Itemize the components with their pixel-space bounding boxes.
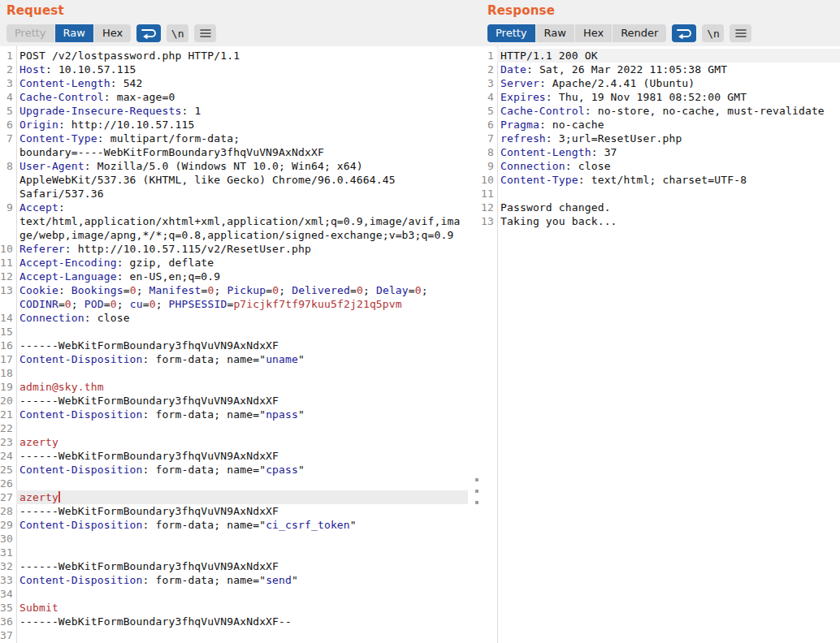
code-text: ------WebKitFormBoundary3fhqVuVN9AxNdxXF bbox=[16, 504, 468, 518]
response-tab-render[interactable]: Render bbox=[613, 24, 666, 42]
code-line: 6Pragma: no-cache bbox=[481, 118, 840, 132]
text-cursor bbox=[58, 491, 60, 503]
line-number: 31 bbox=[0, 546, 16, 559]
code-text: ------WebKitFormBoundary3fhqVuVN9AxNdxXF bbox=[16, 449, 468, 463]
line-number: 22 bbox=[0, 421, 16, 435]
code-text: ------WebKitFormBoundary3fhqVuVN9AxNdxXF bbox=[16, 339, 468, 352]
code-line: 20------WebKitFormBoundary3fhqVuVN9AxNdx… bbox=[0, 394, 468, 408]
code-text: Taking you back... bbox=[497, 214, 840, 228]
code-text: Cache-Control: max-age=0 bbox=[16, 90, 468, 104]
line-number: 1 bbox=[481, 49, 497, 63]
code-line: 16------WebKitFormBoundary3fhqVuVN9AxNdx… bbox=[0, 339, 468, 352]
code-line: 28------WebKitFormBoundary3fhqVuVN9AxNdx… bbox=[0, 504, 468, 518]
response-editor[interactable]: 1HTTP/1.1 200 OK2Date: Sat, 26 Mar 2022 … bbox=[481, 46, 840, 643]
code-line: 4Cache-Control: max-age=0 bbox=[0, 90, 468, 104]
code-line: 5Upgrade-Insecure-Requests: 1 bbox=[0, 104, 468, 118]
code-line: 18 bbox=[0, 366, 468, 380]
code-text: boundary=----WebKitFormBoundary3fhqVuVN9… bbox=[16, 145, 468, 159]
code-text: text/html,application/xhtml+xml,applicat… bbox=[16, 214, 468, 228]
code-line: 36------WebKitFormBoundary3fhqVuVN9AxNdx… bbox=[0, 615, 468, 628]
request-tab-hex[interactable]: Hex bbox=[94, 24, 131, 42]
line-number bbox=[0, 228, 16, 242]
code-text: Content-Disposition: form-data; name="cp… bbox=[16, 463, 468, 477]
code-text: Password changed. bbox=[497, 201, 840, 214]
response-newline-toggle-button[interactable]: \n bbox=[702, 24, 724, 42]
line-number: 5 bbox=[481, 104, 497, 118]
line-number: 8 bbox=[0, 159, 16, 173]
code-line: 1HTTP/1.1 200 OK bbox=[481, 49, 840, 63]
line-number: 37 bbox=[0, 628, 16, 642]
line-number: 6 bbox=[481, 118, 497, 132]
code-line: 10Content-Type: text/html; charset=UTF-8 bbox=[481, 173, 840, 187]
code-text: refresh: 3;url=ResetUser.php bbox=[497, 132, 840, 145]
response-editor-rows: 1HTTP/1.1 200 OK2Date: Sat, 26 Mar 2022 … bbox=[481, 49, 840, 228]
line-number: 6 bbox=[0, 118, 16, 132]
wrap-lines-icon bbox=[676, 28, 692, 39]
response-wrap-lines-button[interactable] bbox=[672, 24, 696, 42]
code-line: 27azerty bbox=[0, 490, 468, 504]
line-number: 26 bbox=[0, 477, 16, 490]
code-line: 4Expires: Thu, 19 Nov 1981 08:52:00 GMT bbox=[481, 90, 840, 104]
line-number: 25 bbox=[0, 463, 16, 477]
line-number: 12 bbox=[0, 270, 16, 283]
code-text bbox=[16, 421, 468, 435]
code-line: ge/webp,image/apng,*/*;q=0.8,application… bbox=[0, 228, 468, 242]
line-number: 9 bbox=[0, 201, 16, 214]
code-line: 9Accept: bbox=[0, 201, 468, 214]
line-number: 12 bbox=[481, 201, 497, 214]
panel-splitter[interactable] bbox=[472, 478, 482, 504]
code-text: Content-Length: 37 bbox=[497, 145, 840, 159]
code-line: 3Server: Apache/2.4.41 (Ubuntu) bbox=[481, 76, 840, 90]
response-editor-menu-button[interactable] bbox=[730, 24, 751, 42]
request-newline-toggle-button[interactable]: \n bbox=[167, 24, 188, 42]
code-line: 12Accept-Language: en-US,en;q=0.9 bbox=[0, 270, 468, 283]
response-tab-raw[interactable]: Raw bbox=[536, 24, 574, 42]
line-number: 10 bbox=[481, 173, 497, 187]
line-number: 4 bbox=[0, 90, 16, 104]
code-line: 8Content-Length: 37 bbox=[481, 145, 840, 159]
line-number: 21 bbox=[0, 408, 16, 421]
line-number: 20 bbox=[0, 394, 16, 408]
code-text: azerty bbox=[16, 490, 468, 504]
request-wrap-lines-button[interactable] bbox=[136, 24, 161, 42]
line-number: 2 bbox=[0, 63, 16, 76]
splitter-grip-icon bbox=[475, 478, 478, 481]
line-number: 13 bbox=[481, 214, 497, 228]
code-line: 21Content-Disposition: form-data; name="… bbox=[0, 408, 468, 421]
line-number: 13 bbox=[0, 283, 16, 297]
newline-literal-label: \n bbox=[707, 28, 720, 40]
response-tab-hex[interactable]: Hex bbox=[575, 24, 612, 42]
code-line: 32------WebKitFormBoundary3fhqVuVN9AxNdx… bbox=[0, 559, 468, 573]
code-line: 6Origin: http://10.10.57.115 bbox=[0, 118, 468, 132]
line-number: 33 bbox=[0, 573, 16, 587]
response-panel-title: Response bbox=[487, 3, 555, 18]
line-number: 35 bbox=[0, 601, 16, 615]
code-text bbox=[16, 366, 468, 380]
code-text: Accept-Language: en-US,en;q=0.9 bbox=[16, 270, 468, 283]
line-number: 19 bbox=[0, 380, 16, 394]
request-panel: Request Pretty Raw Hex \n bbox=[0, 0, 468, 643]
line-number bbox=[0, 173, 16, 187]
code-text: Content-Disposition: form-data; name="un… bbox=[16, 352, 468, 366]
line-number: 4 bbox=[481, 90, 497, 104]
request-editor[interactable]: 1POST /v2/lostpassword.php HTTP/1.12Host… bbox=[0, 46, 468, 643]
wrap-lines-icon bbox=[141, 28, 157, 39]
line-number: 11 bbox=[481, 187, 497, 201]
code-line: AppleWebKit/537.36 (KHTML, like Gecko) C… bbox=[0, 173, 468, 187]
code-text: HTTP/1.1 200 OK bbox=[497, 49, 840, 63]
response-tab-pretty[interactable]: Pretty bbox=[487, 24, 535, 42]
request-tab-raw[interactable]: Raw bbox=[55, 24, 93, 42]
code-line: boundary=----WebKitFormBoundary3fhqVuVN9… bbox=[0, 145, 468, 159]
response-panel: Response Pretty Raw Hex Render \n bbox=[481, 0, 840, 643]
code-text: Origin: http://10.10.57.115 bbox=[16, 118, 468, 132]
code-line: 8User-Agent: Mozilla/5.0 (Windows NT 10.… bbox=[0, 159, 468, 173]
line-number: 3 bbox=[481, 76, 497, 90]
request-tab-pretty[interactable]: Pretty bbox=[6, 24, 54, 42]
request-editor-menu-button[interactable] bbox=[194, 24, 216, 42]
line-number: 27 bbox=[0, 490, 16, 504]
code-text bbox=[16, 628, 468, 642]
code-text bbox=[16, 532, 468, 546]
line-number: 8 bbox=[481, 145, 497, 159]
code-text: Host: 10.10.57.115 bbox=[16, 63, 468, 76]
code-text bbox=[16, 587, 468, 601]
